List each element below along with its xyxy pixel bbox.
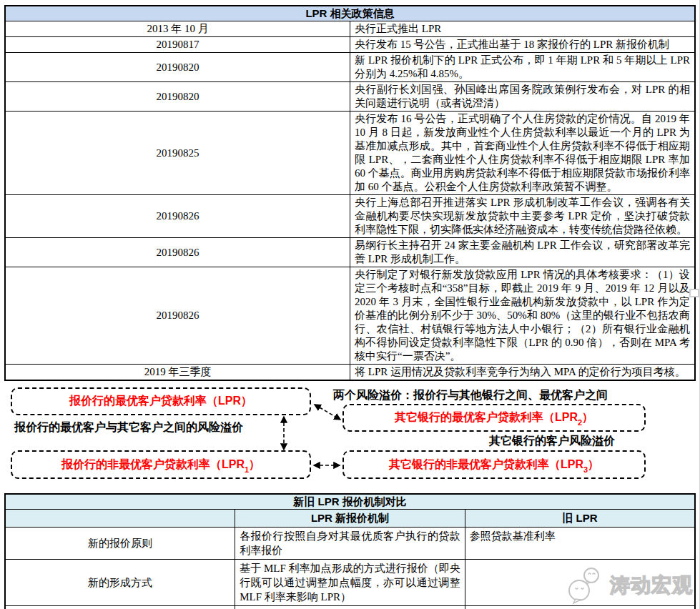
policy-desc: 央行副行长刘国强、孙国峰出席国务院政策例行发布会，对 LPR 的相关问题进行说明… <box>350 82 696 112</box>
document-page: { "colors": { "table1_header_bg": "#c6d9… <box>0 0 700 609</box>
box-label: 报价行的最优客户贷款利率（LPR <box>69 394 241 409</box>
policy-title-row: LPR 相关政策信息 <box>5 6 695 21</box>
policy-date: 2013 年 10 月 <box>5 21 350 37</box>
policy-date: 20190826 <box>5 238 350 267</box>
label-quoting-bank-premium: 报价行的最优客户与其它客户之间的风险溢价 <box>14 420 243 435</box>
label-other-bank-premium: 其它银行的客户风险溢价 <box>489 434 615 449</box>
compare-table: 新旧 LPR 报价机制对比 LPR 新报价机制 旧 LPR 新的报价原则 各报价… <box>4 493 696 609</box>
compare-old: 参照贷款基准利率 <box>465 528 695 560</box>
box-label-close: ） <box>582 410 593 425</box>
table-row: 20190826 易纲行长主持召开 24 家主要金融机构 LPR 工作会议，研究… <box>5 238 695 267</box>
header-new-mechanism: LPR 新报价机制 <box>235 510 465 528</box>
policy-date: 20190825 <box>5 112 350 195</box>
policy-date: 20190817 <box>5 37 350 53</box>
table-row: 20190825 央行发布 16 号公告，正式明确了个人住房贷款的定价情况。自 … <box>5 112 695 195</box>
policy-desc: 央行上海总部召开推进落实 LPR 形成机制改革工作会议，强调各有关金融机构要尽快… <box>350 195 696 238</box>
diagram-box-quoting-bank-nonbest-rate: 报价行的非最优客户贷款利率（LPR1） <box>11 450 311 479</box>
policy-desc: 央行发布 15 号公告，正式推出基于 18 家报价行的 LPR 新报价机制 <box>350 37 696 53</box>
lpr-rate-diagram: 报价行的最优客户贷款利率（LPR） 两个风险溢价：报价行与其他银行之间、最优客户… <box>0 385 700 490</box>
diagram-box-quoting-bank-best-rate: 报价行的最优客户贷款利率（LPR） <box>11 387 311 415</box>
table-row: 20190820 央行副行长刘国强、孙国峰出席国务院政策例行发布会，对 LPR … <box>5 82 695 112</box>
table-row: 新的形成方式 基于 MLF 利率加点形成的方式进行报价（即央行既可以通过调整加点… <box>5 560 695 606</box>
compare-new: 基于 MLF 利率加点形成的方式进行报价（即央行既可以通过调整加点幅度，亦可以通… <box>235 560 465 606</box>
policy-date: 20190826 <box>5 267 350 365</box>
policy-desc: 将 LPR 运用情况及贷款利率竞争行为纳入 MPA 的定价行为项目考核。 <box>350 365 696 381</box>
compare-title-row: 新旧 LPR 报价机制对比 <box>5 494 695 510</box>
table-row: 20190820 新 LPR 报价机制下的 LPR 正式公布，即 1 年期 LP… <box>5 53 695 82</box>
compare-header-row: LPR 新报价机制 旧 LPR <box>5 510 695 528</box>
policy-desc: 央行制定了对银行新发放贷款应用 LPR 情况的具体考核要求：（1）设定三个考核时… <box>350 267 696 365</box>
policy-table: LPR 相关政策信息 2013 年 10 月 央行正式推出 LPR 201908… <box>4 5 696 381</box>
policy-desc: 易纲行长主持召开 24 家主要金融机构 LPR 工作会议，研究部署改革完善 LP… <box>350 238 696 267</box>
compare-old: 只有 1 年期 <box>465 606 695 609</box>
table-row: 20190817 央行发布 15 号公告，正式推出基于 18 家报价行的 LPR… <box>5 37 695 53</box>
table-row: 20190826 央行上海总部召开推进落实 LPR 形成机制改革工作会议，强调各… <box>5 195 695 238</box>
table-row: 2019 年三季度 将 LPR 运用情况及贷款利率竞争行为纳入 MPA 的定价行… <box>5 365 695 381</box>
box-label: 其它银行的最优客户贷款利率（LPR <box>395 410 578 425</box>
label-two-risk-premiums: 两个风险溢价：报价行与其他银行之间、最优客户之间 <box>333 388 608 403</box>
policy-date: 20190820 <box>5 82 350 112</box>
compare-aspect: 新的报价原则 <box>5 528 235 560</box>
diagram-box-other-bank-nonbest-rate: 其它银行的非最优客户贷款利率（LPR3） <box>342 450 646 479</box>
compare-old <box>465 560 695 606</box>
compare-new: 各报价行按照自身对其最优质客户执行的贷款利率报价 <box>235 528 465 560</box>
compare-aspect: 新的期限品种 <box>5 606 235 609</box>
table-row: 新的期限品种 1 年期和 5 年期以上（为个人住房按揭等长期贷款利率定价提供参考… <box>5 606 695 609</box>
policy-date: 20190826 <box>5 195 350 238</box>
header-old-lpr: 旧 LPR <box>465 510 695 528</box>
box-label-close: ） <box>588 457 599 472</box>
policy-desc: 新 LPR 报价机制下的 LPR 正式公布，即 1 年期 LPR 和 5 年期以… <box>350 53 696 82</box>
compare-new: 1 年期和 5 年期以上（为个人住房按揭等长期贷款利率定价提供参考） <box>235 606 465 609</box>
policy-table-title: LPR 相关政策信息 <box>5 6 695 21</box>
table-row: 新的报价原则 各报价行按照自身对其最优质客户执行的贷款利率报价 参照贷款基准利率 <box>5 528 695 560</box>
policy-desc: 央行正式推出 LPR <box>350 21 696 37</box>
box-label: 其它银行的非最优客户贷款利率（LPR <box>389 457 583 472</box>
compare-aspect: 新的形成方式 <box>5 560 235 606</box>
header-empty-cell <box>5 510 235 528</box>
compare-table-title: 新旧 LPR 报价机制对比 <box>5 494 695 510</box>
object-anchor-icon <box>689 289 699 297</box>
policy-desc: 央行发布 16 号公告，正式明确了个人住房贷款的定价情况。自 2019 年 10… <box>350 112 696 195</box>
box-label-close: ） <box>241 394 252 409</box>
box-label-close: ） <box>249 457 260 472</box>
box-label: 报价行的非最优客户贷款利率（LPR <box>61 457 245 472</box>
table-row: 2013 年 10 月 央行正式推出 LPR <box>5 21 695 37</box>
policy-date: 2019 年三季度 <box>5 365 350 381</box>
diagram-box-other-bank-best-rate: 其它银行的最优客户贷款利率（LPR2） <box>342 404 646 432</box>
table-row: 20190826 央行制定了对银行新发放贷款应用 LPR 情况的具体考核要求：（… <box>5 267 695 365</box>
policy-date: 20190820 <box>5 53 350 82</box>
